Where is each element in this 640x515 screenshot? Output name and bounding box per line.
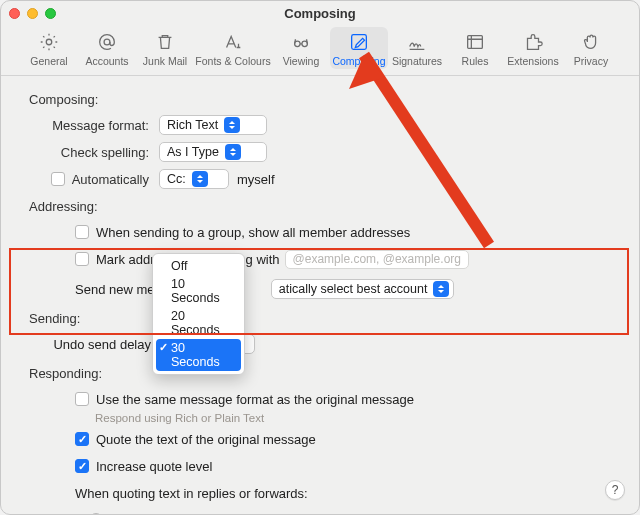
select-value: Cc: (167, 172, 186, 186)
content-area: Composing: Message format: Rich Text Che… (1, 76, 639, 515)
responding-header: Responding: (29, 366, 619, 381)
select-value: Rich Text (167, 118, 218, 132)
tab-label: Extensions (507, 55, 558, 67)
tab-label: Privacy (574, 55, 608, 67)
same-format-label: Use the same message format as the origi… (96, 392, 414, 407)
chevron-updown-icon (192, 171, 208, 187)
undo-send-dropdown[interactable]: Off 10 Seconds 20 Seconds 30 Seconds (152, 253, 245, 375)
tab-viewing[interactable]: Viewing (272, 27, 330, 69)
quote-checkbox[interactable] (75, 432, 89, 446)
puzzle-icon (522, 31, 544, 53)
tab-label: Junk Mail (143, 55, 187, 67)
same-format-checkbox[interactable] (75, 392, 89, 406)
check-spelling-select[interactable]: As I Type (159, 142, 267, 162)
tab-label: Viewing (283, 55, 320, 67)
tab-label: General (30, 55, 67, 67)
dropdown-option[interactable]: Off (153, 257, 244, 275)
tab-general[interactable]: General (20, 27, 78, 69)
auto-cc-select[interactable]: Cc: (159, 169, 229, 189)
chevron-updown-icon (224, 117, 240, 133)
fonts-icon (222, 31, 244, 53)
dropdown-option[interactable]: 10 Seconds (153, 275, 244, 307)
at-sign-icon (96, 31, 118, 53)
increase-quote-label: Increase quote level (96, 459, 212, 474)
signature-icon (406, 31, 428, 53)
rules-icon (464, 31, 486, 53)
svg-point-0 (46, 39, 52, 45)
auto-cc-label: Automatically (72, 172, 149, 187)
svg-point-1 (104, 39, 110, 45)
group-addresses-checkbox[interactable] (75, 225, 89, 239)
preferences-window: Composing General Accounts Junk Mail Fon… (0, 0, 640, 515)
quote-label: Quote the text of the original message (96, 432, 316, 447)
tab-fonts-colours[interactable]: Fonts & Colours (194, 27, 272, 69)
same-format-sub: Respond using Rich or Plain Text (29, 412, 619, 424)
message-format-label: Message format: (29, 118, 159, 133)
glasses-icon (290, 31, 312, 53)
gear-icon (38, 31, 60, 53)
preferences-toolbar: General Accounts Junk Mail Fonts & Colou… (1, 25, 639, 76)
auto-cc-checkbox[interactable] (51, 172, 65, 186)
increase-quote-checkbox[interactable] (75, 459, 89, 473)
composing-header: Composing: (29, 92, 619, 107)
trash-icon (154, 31, 176, 53)
tab-label: Rules (462, 55, 489, 67)
tab-accounts[interactable]: Accounts (78, 27, 136, 69)
tab-label: Fonts & Colours (195, 55, 270, 67)
mark-addresses-checkbox[interactable] (75, 252, 89, 266)
compose-icon (348, 31, 370, 53)
tab-label: Composing (332, 55, 385, 67)
message-format-select[interactable]: Rich Text (159, 115, 267, 135)
group-addresses-label: When sending to a group, show all member… (96, 225, 410, 240)
auto-cc-myself: myself (237, 172, 275, 187)
help-button[interactable]: ? (605, 480, 625, 500)
tab-label: Accounts (85, 55, 128, 67)
select-value: As I Type (167, 145, 219, 159)
select-value: atically select best account (279, 282, 428, 296)
dropdown-option[interactable]: 20 Seconds (153, 307, 244, 339)
chevron-updown-icon (433, 281, 449, 297)
send-from-select[interactable]: atically select best account (271, 279, 455, 299)
tab-rules[interactable]: Rules (446, 27, 504, 69)
when-quoting-label: When quoting text in replies or forwards… (75, 486, 308, 501)
sending-header: Sending: (29, 311, 619, 326)
tab-composing[interactable]: Composing (330, 27, 388, 69)
hand-icon (580, 31, 602, 53)
titlebar: Composing (1, 1, 639, 25)
tab-junk-mail[interactable]: Junk Mail (136, 27, 194, 69)
dropdown-option-selected[interactable]: 30 Seconds (156, 339, 241, 371)
window-title: Composing (1, 6, 639, 21)
svg-rect-5 (468, 36, 483, 49)
check-spelling-label: Check spelling: (29, 145, 159, 160)
mark-addresses-input[interactable]: @example.com, @example.org (285, 250, 469, 269)
tab-label: Signatures (392, 55, 442, 67)
addressing-header: Addressing: (29, 199, 619, 214)
tab-signatures[interactable]: Signatures (388, 27, 446, 69)
undo-send-label: Undo send delay (49, 337, 159, 352)
chevron-updown-icon (225, 144, 241, 160)
tab-privacy[interactable]: Privacy (562, 27, 620, 69)
tab-extensions[interactable]: Extensions (504, 27, 562, 69)
